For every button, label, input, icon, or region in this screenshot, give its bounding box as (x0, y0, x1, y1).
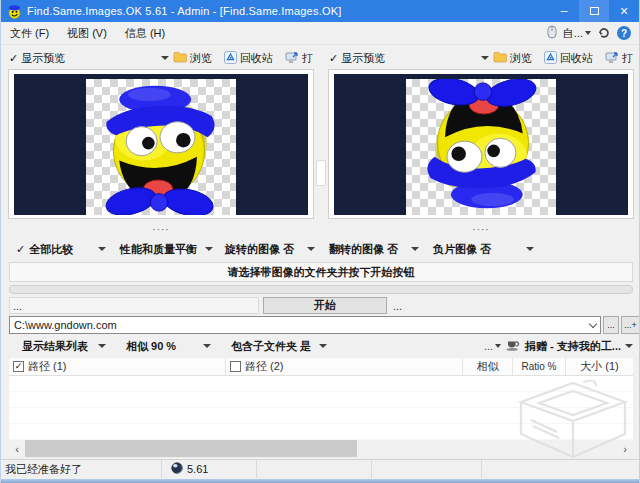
panel-splitter-grip[interactable] (316, 160, 326, 186)
right-preview-viewport (334, 74, 628, 215)
right-resize-grip[interactable]: ···· (329, 225, 633, 237)
browse-folder-button[interactable]: ... (603, 316, 619, 334)
flipped-dropdown[interactable]: 翻转的图像 否 (322, 240, 426, 258)
title-bar: Find.Same.Images.OK 5.61 - Admin - [Find… (1, 0, 639, 22)
scrollbar-thumb[interactable] (25, 440, 357, 457)
subfolders-dropdown[interactable]: 包含子文件夹 是 (218, 339, 322, 354)
folder-icon (493, 51, 507, 65)
status-bar: 我已经准备好了 (1, 459, 639, 479)
right-browse-label: 浏览 (510, 51, 532, 66)
column-path1-label: 路径 (1) (28, 359, 67, 374)
right-panel-toolbar: ✓ 显示预览 浏览 回收站 (329, 48, 633, 68)
extra-dots-label: ... (484, 340, 493, 352)
quality-dropdown[interactable]: 性能和质量平衡 (113, 240, 218, 258)
folder-path-combobox[interactable]: C:\www.gndown.com (9, 316, 601, 334)
coffee-cup-icon (506, 339, 520, 353)
extra-dots-dropdown[interactable]: ... (484, 340, 501, 352)
menu-view[interactable]: 视图 (V) (58, 22, 116, 44)
column-path1[interactable]: ✓ 路径 (1) (9, 358, 226, 375)
left-recycle-button[interactable]: 回收站 (224, 51, 273, 66)
left-status-field: ... (9, 297, 259, 314)
left-recycle-label: 回收站 (240, 51, 273, 66)
chevron-down-icon (307, 247, 315, 255)
path2-checkbox[interactable] (230, 361, 241, 372)
column-similar[interactable]: 相似 (463, 358, 513, 375)
chevron-down-icon (625, 344, 633, 352)
check-icon: ✓ (16, 243, 25, 256)
refresh-icon[interactable] (597, 26, 611, 41)
left-preview-viewport (14, 74, 308, 215)
chevron-down-icon (98, 344, 106, 352)
status-version-cell: 5.61 (171, 459, 208, 479)
column-size-label: 大小 (1) (580, 359, 619, 374)
compare-options-row: ✓ 全部比较 性能和质量平衡 旋转的图像 否 翻转的图像 否 负片图像 否 (9, 240, 633, 258)
chevron-down-icon (585, 31, 591, 38)
path1-checkbox[interactable]: ✓ (13, 361, 24, 372)
window-title: Find.Same.Images.OK 5.61 - Admin - [Find… (27, 5, 341, 17)
right-recycle-label: 回收站 (560, 51, 593, 66)
chevron-down-icon (411, 247, 419, 255)
menu-info[interactable]: 信息 (H) (116, 22, 174, 44)
rotated-dropdown[interactable]: 旋转的图像 否 (218, 240, 322, 258)
chevron-down-icon (319, 344, 327, 352)
combo-chevron-icon[interactable] (589, 319, 597, 327)
left-browse-label: 浏览 (190, 51, 212, 66)
start-button[interactable]: 开始 (263, 297, 387, 314)
status-version: 5.61 (187, 463, 208, 475)
left-preview-dropdown-icon[interactable] (161, 56, 169, 64)
column-path2-label: 路径 (2) (245, 359, 284, 374)
monitor-arrow-icon (285, 51, 299, 65)
column-ratio[interactable]: Ratio % (513, 358, 566, 375)
column-path2[interactable]: 路径 (2) (226, 358, 463, 375)
similarity-label: 相似 90 % (126, 339, 176, 354)
negative-dropdown[interactable]: 负片图像 否 (426, 240, 541, 258)
right-preview-dropdown-icon[interactable] (481, 56, 489, 64)
horizontal-scrollbar[interactable]: ‹ › (9, 440, 633, 457)
menu-file[interactable]: 文件 (F) (1, 22, 58, 44)
left-preview-panel (9, 70, 313, 218)
menu-bar: 文件 (F) 视图 (V) 信息 (H) 自... ? (1, 22, 639, 45)
auto-dropdown[interactable]: 自... (563, 26, 591, 41)
scroll-left-button[interactable]: ‹ (9, 440, 25, 457)
donate-button[interactable]: 捐赠 - 支持我的工... (525, 339, 633, 354)
right-browse-button[interactable]: 浏览 (493, 51, 532, 66)
compare-all-label: 全部比较 (29, 242, 73, 257)
column-ratio-label: Ratio % (521, 361, 556, 372)
help-icon[interactable]: ? (617, 26, 631, 40)
left-open-button[interactable]: 打 (285, 51, 313, 66)
right-open-button[interactable]: 打 (605, 51, 633, 66)
add-folder-button[interactable]: ...+ (621, 316, 640, 334)
window-bottom-edge (1, 479, 639, 483)
results-table-header: ✓ 路径 (1) 路径 (2) 相似 Ratio % 大小 (1) (9, 358, 633, 376)
results-options-row: 显示结果列表 相似 90 % 包含子文件夹 是 ... (9, 337, 633, 355)
column-similar-label: 相似 (477, 359, 499, 374)
chevron-down-icon (203, 344, 211, 352)
show-results-dropdown[interactable]: 显示结果列表 (9, 339, 113, 354)
minimize-button[interactable]: – (549, 0, 579, 22)
right-open-label: 打 (622, 51, 633, 66)
folder-path-value: C:\www.gndown.com (14, 319, 590, 331)
auto-dropdown-label: 自... (563, 26, 583, 41)
maximize-button[interactable] (579, 0, 609, 22)
compare-all-dropdown[interactable]: ✓ 全部比较 (9, 240, 113, 258)
negative-label: 负片图像 否 (433, 242, 491, 257)
quality-label: 性能和质量平衡 (120, 242, 197, 257)
chevron-down-icon (495, 344, 501, 351)
rotated-label: 旋转的图像 否 (225, 242, 294, 257)
left-browse-button[interactable]: 浏览 (173, 51, 212, 66)
close-button[interactable]: × (609, 0, 639, 22)
right-recycle-button[interactable]: 回收站 (544, 51, 593, 66)
left-show-preview-label: 显示预览 (21, 51, 65, 66)
results-table-body[interactable] (9, 376, 633, 440)
left-resize-grip[interactable]: ···· (9, 225, 313, 237)
right-preview-image (406, 79, 556, 215)
chevron-down-icon (98, 247, 106, 255)
right-preview-panel (329, 70, 633, 218)
recycle-bin-icon (544, 51, 557, 66)
left-show-preview-toggle[interactable]: ✓ 显示预览 (9, 51, 65, 66)
similarity-dropdown[interactable]: 相似 90 % (113, 339, 218, 354)
right-show-preview-toggle[interactable]: ✓ 显示预览 (329, 51, 385, 66)
scroll-right-button[interactable]: › (617, 440, 633, 457)
column-size[interactable]: 大小 (1) (566, 358, 633, 375)
mouse-icon (547, 25, 557, 41)
